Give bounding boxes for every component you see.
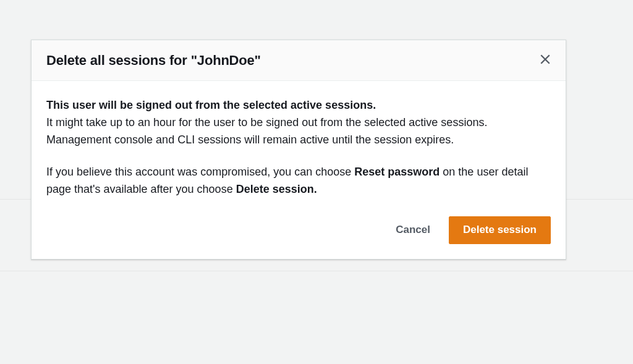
warning-paragraph: This user will be signed out from the se… [46,97,551,149]
modal-title: Delete all sessions for "JohnDoe" [46,53,261,69]
close-icon [540,54,551,67]
modal-body: This user will be signed out from the se… [32,81,566,216]
delete-session-button[interactable]: Delete session [449,216,551,243]
delete-sessions-modal: Delete all sessions for "JohnDoe" This u… [31,40,566,260]
compromise-text-prefix: If you believe this account was compromi… [46,166,354,178]
modal-footer: Cancel Delete session [32,216,566,258]
modal-header: Delete all sessions for "JohnDoe" [32,40,566,81]
compromise-paragraph: If you believe this account was compromi… [46,164,551,198]
close-button[interactable] [537,51,553,69]
cancel-button[interactable]: Cancel [388,217,438,243]
warning-detail: It might take up to an hour for the user… [46,116,487,146]
reset-password-label: Reset password [354,166,440,178]
warning-heading: This user will be signed out from the se… [46,99,376,111]
delete-session-label: Delete session. [236,183,317,195]
